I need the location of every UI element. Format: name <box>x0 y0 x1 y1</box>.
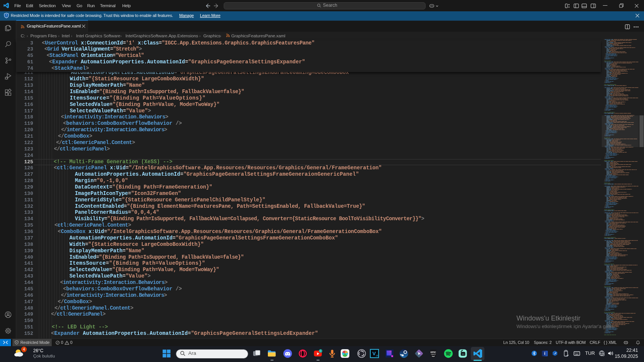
svg-text:18: 18 <box>376 354 378 357</box>
svg-text:GAMES: GAMES <box>431 354 436 355</box>
svg-text:EPIC: EPIC <box>430 351 436 353</box>
svg-text:C: C <box>320 350 321 352</box>
svg-text:V: V <box>372 351 376 356</box>
